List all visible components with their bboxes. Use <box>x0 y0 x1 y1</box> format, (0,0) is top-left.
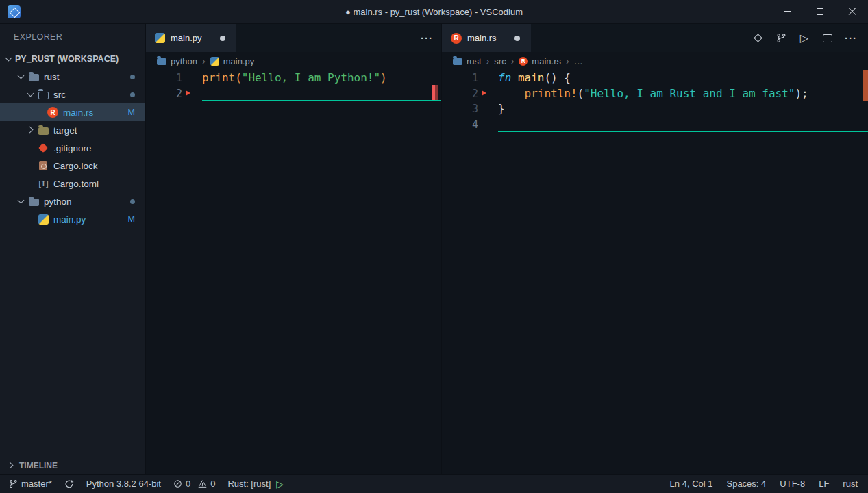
chevron-right-icon[interactable] <box>25 125 37 136</box>
chevron-down-icon[interactable] <box>15 196 27 207</box>
git-branch-icon <box>9 479 18 488</box>
tree-item-main.py[interactable]: main.pyM <box>0 210 145 228</box>
code-token <box>498 87 525 100</box>
rust-icon: R <box>47 107 58 118</box>
breadcrumb-label: main.py <box>223 56 255 66</box>
modified-dot-badge <box>130 92 135 97</box>
encoding-status[interactable]: UTF-8 <box>773 475 812 493</box>
tree-item-target[interactable]: target <box>0 121 145 139</box>
timeline-label: TIMELINE <box>19 461 58 470</box>
dirty-indicator-icon[interactable] <box>514 36 520 41</box>
file-icon-slot <box>37 90 49 99</box>
code-line-4[interactable]: 4 <box>442 117 868 133</box>
tree-item-python[interactable]: python <box>0 192 145 210</box>
indentation-status[interactable]: Spaces: 4 <box>719 475 773 493</box>
tree-item-label: rust <box>44 72 60 82</box>
tree-item-Cargo.toml[interactable]: [T]Cargo.toml <box>0 175 145 192</box>
folder-icon <box>29 74 39 81</box>
run-rust-icon[interactable]: ▷ <box>276 479 284 490</box>
editor-area: main.py ··· python›main.py 1print("Hello… <box>146 24 868 474</box>
toml-icon: [T] <box>38 179 49 188</box>
breadcrumbs-rust: rust›src›Rmain.rs›… <box>442 52 868 70</box>
indent-spacer <box>34 107 47 118</box>
line-number: 4 <box>442 117 478 133</box>
code-text: fn main() { <box>498 71 868 86</box>
breadcrumb-…[interactable]: … <box>574 56 583 66</box>
code-line-1[interactable]: 1fn main() { <box>442 71 868 86</box>
sidebar-title: EXPLORER <box>0 24 145 49</box>
python-interpreter-status[interactable]: Python 3.8.2 64-bit <box>80 475 167 493</box>
rust-analyzer-status[interactable]: Rust: [rust] ▷ <box>221 475 290 493</box>
code-line-2[interactable]: 2 <box>146 86 441 102</box>
indent-spacer <box>25 142 37 153</box>
breadcrumb-python[interactable]: python <box>157 56 197 66</box>
code-line-1[interactable]: 1print("Hello, I am Python!") <box>146 71 441 86</box>
more-actions-icon[interactable]: ··· <box>421 32 433 44</box>
dirty-indicator-icon[interactable] <box>220 36 225 41</box>
warnings-count: 0 <box>210 479 215 489</box>
breadcrumb-main.py[interactable]: main.py <box>210 56 255 66</box>
more-actions-icon[interactable]: ··· <box>842 29 860 47</box>
code-line-2[interactable]: 2 println!("Hello, I am Rust and I am fa… <box>442 86 868 102</box>
tab-main-py[interactable]: main.py <box>146 24 236 52</box>
breadcrumb-label: main.rs <box>532 56 561 66</box>
maximize-button[interactable] <box>804 0 836 23</box>
problems-status[interactable]: 0 0 <box>167 475 221 493</box>
run-or-debug-icon[interactable] <box>749 29 767 47</box>
tree-item-Cargo.lock[interactable]: Cargo.lock <box>0 157 145 175</box>
breadcrumb-src[interactable]: src <box>494 56 506 66</box>
tab-label: main.rs <box>467 33 497 43</box>
encoding-label: UTF-8 <box>780 479 805 489</box>
tab-main-rs[interactable]: R main.rs <box>442 24 531 52</box>
vscodium-logo-icon <box>8 5 21 18</box>
tree-item-label: src <box>53 90 66 100</box>
file-tree: rustsrcRmain.rsMtarget.gitignoreCargo.lo… <box>0 68 145 228</box>
minimize-button[interactable] <box>771 0 804 23</box>
cursor-position[interactable]: Ln 4, Col 1 <box>663 475 720 493</box>
language-mode[interactable]: rust <box>836 475 859 493</box>
window-title: ● main.rs - py_rust (Workspace) - VSCodi… <box>345 7 523 17</box>
code-text: println!("Hello, I am Rust and I am fast… <box>498 86 868 102</box>
tree-item-main.rs[interactable]: Rmain.rsM <box>0 103 145 121</box>
tree-item-label: .gitignore <box>53 143 92 153</box>
file-icon-slot <box>37 161 49 170</box>
file-icon-slot <box>37 214 49 225</box>
code-editor-rust[interactable]: 1fn main() {2 println!("Hello, I am Rust… <box>442 70 868 474</box>
code-line-3[interactable]: 3} <box>442 101 868 117</box>
run-icon[interactable]: ▷ <box>795 29 813 47</box>
close-button[interactable] <box>836 0 868 23</box>
folder-blue-icon <box>157 58 166 65</box>
folder-icon <box>29 199 39 206</box>
workbench: EXPLORER PY_RUST (WORKSPACE) rustsrcRmai… <box>0 24 868 474</box>
breadcrumb-label: rust <box>467 56 482 66</box>
source-control-graph-icon[interactable] <box>772 29 790 47</box>
close-icon <box>848 8 856 16</box>
workspace-section-header[interactable]: PY_RUST (WORKSPACE) <box>0 49 145 68</box>
cursor-position-label: Ln 4, Col 1 <box>670 479 713 489</box>
code-editor-python[interactable]: 1print("Hello, I am Python!")2 <box>146 70 441 474</box>
tree-item-src[interactable]: src <box>0 86 145 103</box>
tree-item-.gitignore[interactable]: .gitignore <box>0 139 145 157</box>
chevron-down-icon[interactable] <box>25 89 37 100</box>
python-interpreter-label: Python 3.8.2 64-bit <box>86 479 161 489</box>
breadcrumb-main.rs[interactable]: Rmain.rs <box>519 56 561 66</box>
git-branch-status[interactable]: master* <box>9 475 58 493</box>
language-mode-label: rust <box>843 479 858 489</box>
sync-button[interactable] <box>58 475 80 493</box>
timeline-section-header[interactable]: TIMELINE <box>0 457 145 474</box>
explorer-sidebar: EXPLORER PY_RUST (WORKSPACE) rustsrcRmai… <box>0 24 146 474</box>
rust-file-icon: R <box>451 33 462 44</box>
code-token: ( <box>578 87 584 100</box>
status-bar-right: Ln 4, Col 1 Spaces: 4 UTF-8 LF rust <box>663 475 859 493</box>
python-file-icon <box>155 33 165 43</box>
editor-group-rust: R main.rs ▷··· rust›src›Rmain.rs›… 1fn m… <box>442 24 868 474</box>
file-icon-slot <box>37 142 49 153</box>
chevron-down-icon[interactable] <box>15 71 27 82</box>
code-token: print( <box>202 71 242 84</box>
split-editor-icon[interactable] <box>819 29 836 47</box>
breadcrumb-rust[interactable]: rust <box>453 56 482 66</box>
lock-icon <box>39 161 47 170</box>
tree-item-label: Cargo.toml <box>53 179 99 189</box>
eol-status[interactable]: LF <box>812 475 836 493</box>
tree-item-rust[interactable]: rust <box>0 68 145 86</box>
